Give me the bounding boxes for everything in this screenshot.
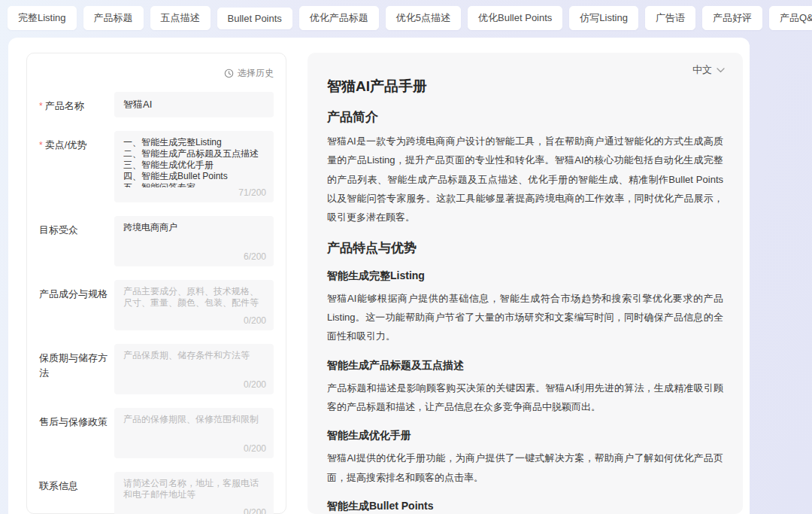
history-link[interactable]: 选择历史 <box>39 67 274 80</box>
contact-info-label: 联系信息 <box>39 472 114 514</box>
tab-product-qa[interactable]: 产品Q&A <box>769 6 812 30</box>
ingredients-specs-label: 产品成分与规格 <box>39 280 114 330</box>
doc-section-text: 智猫AI能够根据商户提供的基础信息，智能生成符合市场趋势和搜索引擎优化要求的产品… <box>327 289 723 346</box>
history-link-label: 选择历史 <box>238 67 274 80</box>
language-selector-value: 中文 <box>692 63 712 77</box>
tab-rewrite-listing[interactable]: 仿写Listing <box>569 6 638 30</box>
field-row-product-name: *产品名称 <box>39 92 274 117</box>
field-row-shelf-life: 保质期与储存方法 0/200 <box>39 344 274 394</box>
tab-five-point-desc[interactable]: 五点描述 <box>150 6 211 30</box>
tab-ad-slogan[interactable]: 广告语 <box>645 6 695 30</box>
target-audience-box: 跨境电商商户 6/200 <box>114 216 274 266</box>
field-row-warranty-policy: 售后与保修政策 0/200 <box>39 408 274 458</box>
field-row-contact-info: 联系信息 0/200 <box>39 472 274 514</box>
warranty-policy-label: 售后与保修政策 <box>39 408 114 458</box>
required-asterisk: * <box>39 140 43 151</box>
history-clock-icon <box>224 68 234 78</box>
contact-info-box: 0/200 <box>114 472 274 514</box>
required-asterisk: * <box>39 101 43 111</box>
target-audience-label: 目标受众 <box>39 216 114 266</box>
doc-section-text: 智猫AI提供的优化手册功能，为商户提供了一键式解决方案，帮助商户了解如何优化产品… <box>327 449 723 487</box>
preview-panel: 中文 智猫AI产品手册 产品简介 智猫AI是一款专为跨境电商商户设计的智能工具，… <box>308 53 743 514</box>
selling-points-counter: 71/200 <box>123 187 266 198</box>
selling-points-box: 一、智能生成完整Listing 二、智能生成产品标题及五点描述 三、智能生成优化… <box>114 131 274 202</box>
contact-info-counter: 0/200 <box>123 507 266 514</box>
ingredients-specs-box: 0/200 <box>114 280 274 330</box>
tab-product-reviews[interactable]: 产品好评 <box>702 6 762 30</box>
doc-intro-text: 智猫AI是一款专为跨境电商商户设计的智能工具，旨在帮助商户通过智能化的方式生成高… <box>327 132 723 227</box>
doc-section-text: 产品标题和描述是影响顾客购买决策的关键因素。智猫AI利用先进的算法，生成精准吸引… <box>327 379 723 417</box>
shelf-life-label: 保质期与储存方法 <box>39 344 114 394</box>
warranty-policy-box: 0/200 <box>114 408 274 458</box>
contact-info-textarea[interactable] <box>123 478 266 507</box>
shelf-life-textarea[interactable] <box>123 350 266 379</box>
field-row-ingredients-specs: 产品成分与规格 0/200 <box>39 280 274 330</box>
doc-section-heading: 智能生成Bullet Points <box>327 500 723 513</box>
target-audience-counter: 6/200 <box>123 251 266 262</box>
warranty-policy-textarea[interactable] <box>123 414 266 443</box>
field-row-target-audience: 目标受众 跨境电商商户 6/200 <box>39 216 274 266</box>
chevron-down-icon <box>717 68 725 73</box>
warranty-policy-counter: 0/200 <box>123 443 266 454</box>
ingredients-specs-counter: 0/200 <box>123 315 266 326</box>
tab-complete-listing[interactable]: 完整Listing <box>8 6 77 30</box>
tab-product-title[interactable]: 产品标题 <box>83 6 144 30</box>
shelf-life-counter: 0/200 <box>123 379 266 390</box>
shelf-life-box: 0/200 <box>114 344 274 394</box>
tab-bullet-points[interactable]: Bullet Points <box>217 8 292 29</box>
tab-optimize-bullet-points[interactable]: 优化Bullet Points <box>468 6 562 30</box>
product-name-label: *产品名称 <box>39 92 114 117</box>
tab-bar: 完整Listing 产品标题 五点描述 Bullet Points 优化产品标题… <box>0 0 812 37</box>
doc-section-heading: 智能生成完整Listing <box>327 269 723 283</box>
main-container: 选择历史 *产品名称 *卖点/优势 一、智能生成完整Listing 二、智能生成… <box>8 38 750 514</box>
tab-optimize-5point-desc[interactable]: 优化5点描述 <box>386 6 461 30</box>
doc-intro-heading: 产品简介 <box>327 108 723 126</box>
doc-section-heading: 智能生成产品标题及五点描述 <box>327 359 723 373</box>
ingredients-specs-textarea[interactable] <box>123 286 266 315</box>
selling-points-label: *卖点/优势 <box>39 131 114 202</box>
selling-points-textarea[interactable]: 一、智能生成完整Listing 二、智能生成产品标题及五点描述 三、智能生成优化… <box>123 137 266 187</box>
doc-features-heading: 产品特点与优势 <box>327 239 723 257</box>
language-selector[interactable]: 中文 <box>692 63 725 77</box>
product-name-input[interactable] <box>114 92 274 117</box>
form-card: 选择历史 *产品名称 *卖点/优势 一、智能生成完整Listing 二、智能生成… <box>26 53 286 514</box>
doc-section-heading: 智能生成优化手册 <box>327 429 723 443</box>
target-audience-textarea[interactable]: 跨境电商商户 <box>123 222 266 251</box>
field-row-selling-points: *卖点/优势 一、智能生成完整Listing 二、智能生成产品标题及五点描述 三… <box>39 131 274 202</box>
tab-optimize-product-title[interactable]: 优化产品标题 <box>299 6 379 30</box>
doc-title: 智猫AI产品手册 <box>327 77 723 96</box>
